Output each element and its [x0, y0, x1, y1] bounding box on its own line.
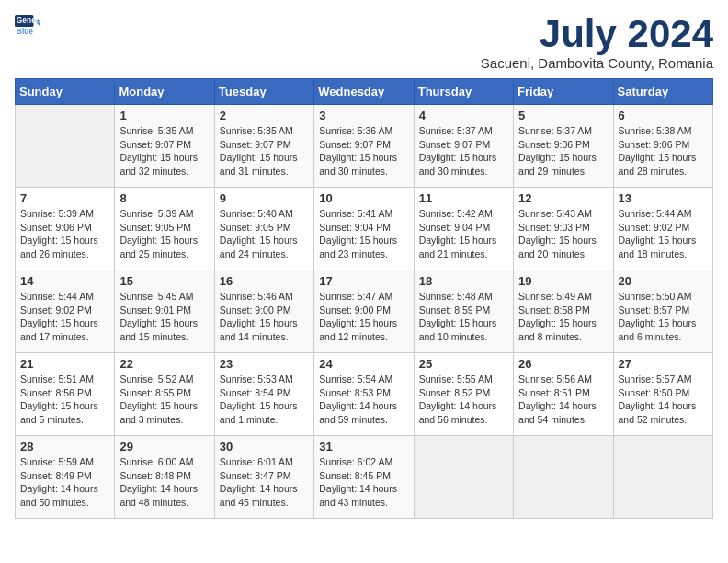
day-info: Sunrise: 5:45 AM Sunset: 9:01 PM Dayligh…	[119, 290, 209, 344]
day-number: 29	[119, 440, 209, 454]
day-number: 17	[319, 274, 408, 288]
day-number: 7	[20, 191, 109, 205]
day-info: Sunrise: 5:59 AM Sunset: 8:49 PM Dayligh…	[20, 455, 109, 510]
calendar-cell: 24Sunrise: 5:54 AM Sunset: 8:53 PM Dayli…	[314, 353, 414, 436]
day-info: Sunrise: 5:44 AM Sunset: 9:02 PM Dayligh…	[20, 290, 109, 344]
day-info: Sunrise: 5:35 AM Sunset: 9:07 PM Dayligh…	[119, 124, 209, 178]
day-info: Sunrise: 5:40 AM Sunset: 9:05 PM Dayligh…	[220, 207, 309, 261]
day-number: 14	[20, 274, 109, 288]
calendar-cell	[414, 436, 513, 519]
day-info: Sunrise: 5:39 AM Sunset: 9:05 PM Dayligh…	[119, 207, 209, 261]
day-info: Sunrise: 5:44 AM Sunset: 9:02 PM Dayligh…	[619, 207, 708, 261]
day-info: Sunrise: 5:55 AM Sunset: 8:52 PM Dayligh…	[419, 373, 508, 427]
calendar-cell	[613, 436, 712, 519]
calendar-cell: 18Sunrise: 5:48 AM Sunset: 8:59 PM Dayli…	[414, 270, 513, 353]
calendar-cell	[16, 105, 115, 188]
weekday-header-friday: Friday	[514, 79, 613, 105]
day-info: Sunrise: 5:47 AM Sunset: 9:00 PM Dayligh…	[319, 290, 408, 344]
calendar-cell: 27Sunrise: 5:57 AM Sunset: 8:50 PM Dayli…	[613, 353, 712, 436]
calendar-cell: 31Sunrise: 6:02 AM Sunset: 8:45 PM Dayli…	[314, 436, 414, 519]
day-number: 31	[319, 440, 408, 454]
day-number: 13	[619, 191, 708, 205]
day-info: Sunrise: 5:37 AM Sunset: 9:06 PM Dayligh…	[518, 124, 608, 178]
day-number: 8	[119, 191, 209, 205]
svg-text:Blue: Blue	[17, 27, 33, 36]
week-row-1: 1Sunrise: 5:35 AM Sunset: 9:07 PM Daylig…	[16, 105, 713, 188]
day-info: Sunrise: 6:02 AM Sunset: 8:45 PM Dayligh…	[319, 455, 408, 510]
day-number: 3	[319, 109, 408, 122]
calendar-cell: 15Sunrise: 5:45 AM Sunset: 9:01 PM Dayli…	[115, 270, 214, 353]
day-number: 6	[619, 109, 708, 122]
calendar-cell: 1Sunrise: 5:35 AM Sunset: 9:07 PM Daylig…	[115, 105, 214, 188]
day-info: Sunrise: 5:43 AM Sunset: 9:03 PM Dayligh…	[518, 207, 608, 261]
calendar-cell: 5Sunrise: 5:37 AM Sunset: 9:06 PM Daylig…	[514, 105, 613, 188]
calendar-cell: 16Sunrise: 5:46 AM Sunset: 9:00 PM Dayli…	[214, 270, 313, 353]
day-info: Sunrise: 5:54 AM Sunset: 8:53 PM Dayligh…	[319, 373, 408, 427]
calendar-cell: 20Sunrise: 5:50 AM Sunset: 8:57 PM Dayli…	[613, 270, 712, 353]
day-info: Sunrise: 5:53 AM Sunset: 8:54 PM Dayligh…	[220, 373, 309, 427]
month-title: July 2024	[481, 15, 713, 53]
weekday-header-thursday: Thursday	[414, 79, 513, 105]
calendar-cell: 26Sunrise: 5:56 AM Sunset: 8:51 PM Dayli…	[514, 353, 613, 436]
calendar-cell: 3Sunrise: 5:36 AM Sunset: 9:07 PM Daylig…	[314, 105, 414, 188]
day-number: 23	[220, 357, 309, 371]
weekday-header-saturday: Saturday	[613, 79, 712, 105]
page-header: General Blue July 2024 Sacueni, Dambovit…	[15, 15, 713, 71]
day-number: 5	[518, 109, 608, 122]
day-number: 12	[518, 191, 608, 205]
day-info: Sunrise: 5:49 AM Sunset: 8:58 PM Dayligh…	[518, 290, 608, 344]
calendar-cell: 7Sunrise: 5:39 AM Sunset: 9:06 PM Daylig…	[16, 188, 115, 270]
day-number: 26	[518, 357, 608, 371]
week-row-4: 21Sunrise: 5:51 AM Sunset: 8:56 PM Dayli…	[16, 353, 713, 436]
logo-icon: General Blue	[15, 15, 40, 40]
calendar-cell: 11Sunrise: 5:42 AM Sunset: 9:04 PM Dayli…	[414, 188, 513, 270]
calendar-cell: 8Sunrise: 5:39 AM Sunset: 9:05 PM Daylig…	[115, 188, 214, 270]
day-number: 1	[119, 109, 209, 122]
day-number: 10	[319, 191, 408, 205]
svg-text:General: General	[17, 16, 40, 25]
day-number: 19	[518, 274, 608, 288]
location: Sacueni, Dambovita County, Romania	[481, 55, 713, 71]
weekday-header-row: SundayMondayTuesdayWednesdayThursdayFrid…	[16, 79, 713, 105]
calendar-cell: 30Sunrise: 6:01 AM Sunset: 8:47 PM Dayli…	[214, 436, 313, 519]
calendar-cell: 28Sunrise: 5:59 AM Sunset: 8:49 PM Dayli…	[16, 436, 115, 519]
day-info: Sunrise: 5:57 AM Sunset: 8:50 PM Dayligh…	[619, 373, 708, 427]
calendar-cell: 19Sunrise: 5:49 AM Sunset: 8:58 PM Dayli…	[514, 270, 613, 353]
day-number: 24	[319, 357, 408, 371]
day-number: 27	[619, 357, 708, 371]
day-info: Sunrise: 5:42 AM Sunset: 9:04 PM Dayligh…	[419, 207, 508, 261]
day-number: 4	[419, 109, 508, 122]
day-info: Sunrise: 6:01 AM Sunset: 8:47 PM Dayligh…	[220, 455, 309, 510]
calendar-cell: 22Sunrise: 5:52 AM Sunset: 8:55 PM Dayli…	[115, 353, 214, 436]
day-number: 2	[220, 109, 309, 122]
day-info: Sunrise: 5:35 AM Sunset: 9:07 PM Dayligh…	[220, 124, 309, 178]
calendar-cell: 12Sunrise: 5:43 AM Sunset: 9:03 PM Dayli…	[514, 188, 613, 270]
calendar-table: SundayMondayTuesdayWednesdayThursdayFrid…	[15, 78, 713, 519]
calendar-cell: 10Sunrise: 5:41 AM Sunset: 9:04 PM Dayli…	[314, 188, 414, 270]
title-block: July 2024 Sacueni, Dambovita County, Rom…	[481, 15, 713, 71]
day-number: 22	[119, 357, 209, 371]
calendar-cell: 29Sunrise: 6:00 AM Sunset: 8:48 PM Dayli…	[115, 436, 214, 519]
day-number: 11	[419, 191, 508, 205]
day-number: 18	[419, 274, 508, 288]
calendar-cell: 21Sunrise: 5:51 AM Sunset: 8:56 PM Dayli…	[16, 353, 115, 436]
day-number: 20	[619, 274, 708, 288]
day-info: Sunrise: 5:52 AM Sunset: 8:55 PM Dayligh…	[119, 373, 209, 427]
calendar-cell	[514, 436, 613, 519]
day-number: 9	[220, 191, 309, 205]
day-number: 30	[220, 440, 309, 454]
day-number: 16	[220, 274, 309, 288]
day-info: Sunrise: 5:36 AM Sunset: 9:07 PM Dayligh…	[319, 124, 408, 178]
weekday-header-sunday: Sunday	[16, 79, 115, 105]
day-info: Sunrise: 5:50 AM Sunset: 8:57 PM Dayligh…	[619, 290, 708, 344]
calendar-cell: 6Sunrise: 5:38 AM Sunset: 9:06 PM Daylig…	[613, 105, 712, 188]
day-number: 25	[419, 357, 508, 371]
calendar-cell: 13Sunrise: 5:44 AM Sunset: 9:02 PM Dayli…	[613, 188, 712, 270]
calendar-cell: 14Sunrise: 5:44 AM Sunset: 9:02 PM Dayli…	[16, 270, 115, 353]
calendar-cell: 9Sunrise: 5:40 AM Sunset: 9:05 PM Daylig…	[214, 188, 313, 270]
day-info: Sunrise: 5:39 AM Sunset: 9:06 PM Dayligh…	[20, 207, 109, 261]
weekday-header-tuesday: Tuesday	[214, 79, 313, 105]
day-info: Sunrise: 5:38 AM Sunset: 9:06 PM Dayligh…	[619, 124, 708, 178]
day-info: Sunrise: 5:41 AM Sunset: 9:04 PM Dayligh…	[319, 207, 408, 261]
calendar-cell: 17Sunrise: 5:47 AM Sunset: 9:00 PM Dayli…	[314, 270, 414, 353]
